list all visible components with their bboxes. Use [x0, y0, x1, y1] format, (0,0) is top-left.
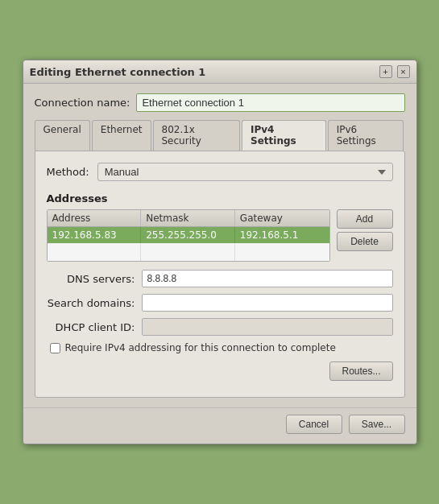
- close-button[interactable]: ×: [397, 65, 410, 78]
- addresses-area: Address Netmask Gateway 192.168.5.83 255…: [47, 209, 393, 262]
- title-bar: Editing Ethernet connection 1 + ×: [23, 60, 416, 84]
- dhcp-client-id-label: DHCP client ID:: [47, 321, 135, 333]
- addresses-table: Address Netmask Gateway 192.168.5.83 255…: [47, 209, 330, 262]
- addresses-label: Addresses: [47, 192, 393, 204]
- dhcp-client-id-input[interactable]: [142, 318, 393, 336]
- title-bar-buttons: + ×: [379, 65, 410, 78]
- delete-button[interactable]: Delete: [337, 232, 393, 251]
- dns-servers-label: DNS servers:: [47, 273, 135, 285]
- dialog-content: Connection name: General Ethernet 802.1x…: [23, 84, 416, 407]
- table-body: 192.168.5.83 255.255.255.0 192.168.5.1: [48, 227, 329, 261]
- routes-row: Routes...: [47, 361, 393, 381]
- dhcp-client-id-row: DHCP client ID:: [47, 318, 393, 336]
- table-row[interactable]: 192.168.5.83 255.255.255.0 192.168.5.1: [48, 227, 329, 243]
- col-gateway: Gateway: [235, 210, 329, 226]
- cell-gateway: 192.168.5.1: [235, 227, 329, 243]
- connection-name-input[interactable]: [136, 93, 404, 112]
- tab-general[interactable]: General: [35, 120, 90, 151]
- require-ipv4-label: Require IPv4 addressing for this connect…: [65, 342, 336, 353]
- tab-ipv4[interactable]: IPv4 Settings: [242, 120, 326, 151]
- save-button[interactable]: Save...: [349, 415, 405, 434]
- tab-content-ipv4: Method: Manual Automatic (DHCP) Link-Loc…: [35, 151, 405, 398]
- connection-name-row: Connection name:: [35, 93, 405, 112]
- cell-address: 192.168.5.83: [48, 227, 142, 243]
- require-ipv4-checkbox[interactable]: [50, 343, 60, 353]
- search-domains-label: Search domains:: [47, 297, 135, 309]
- addresses-buttons: Add Delete: [337, 209, 393, 262]
- tabs-bar: General Ethernet 802.1x Security IPv4 Se…: [35, 120, 405, 151]
- dns-servers-row: DNS servers:: [47, 270, 393, 287]
- require-ipv4-row: Require IPv4 addressing for this connect…: [50, 342, 393, 353]
- tab-ethernet[interactable]: Ethernet: [92, 120, 151, 151]
- tab-ipv6[interactable]: IPv6 Settings: [328, 120, 404, 151]
- col-netmask: Netmask: [141, 210, 235, 226]
- addresses-section: Addresses Address Netmask Gateway 192.16…: [47, 192, 393, 262]
- routes-button[interactable]: Routes...: [329, 361, 392, 381]
- empty-row: [48, 243, 329, 261]
- method-row: Method: Manual Automatic (DHCP) Link-Loc…: [47, 163, 393, 181]
- add-button[interactable]: Add: [337, 209, 393, 229]
- tab-802-1x[interactable]: 802.1x Security: [153, 120, 241, 151]
- maximize-button[interactable]: +: [379, 65, 392, 78]
- dns-servers-input[interactable]: [142, 270, 393, 287]
- search-domains-row: Search domains:: [47, 294, 393, 312]
- dialog-window: Editing Ethernet connection 1 + × Connec…: [23, 60, 417, 444]
- connection-name-label: Connection name:: [35, 97, 130, 109]
- method-label: Method:: [47, 166, 89, 178]
- dialog-bottom: Cancel Save...: [23, 407, 416, 444]
- cell-netmask: 255.255.255.0: [141, 227, 235, 243]
- method-select[interactable]: Manual Automatic (DHCP) Link-Local Only …: [97, 163, 393, 181]
- search-domains-input[interactable]: [142, 294, 393, 312]
- cancel-button[interactable]: Cancel: [286, 415, 342, 434]
- table-header: Address Netmask Gateway: [48, 210, 329, 227]
- col-address: Address: [48, 210, 142, 226]
- dialog-title: Editing Ethernet connection 1: [30, 66, 206, 78]
